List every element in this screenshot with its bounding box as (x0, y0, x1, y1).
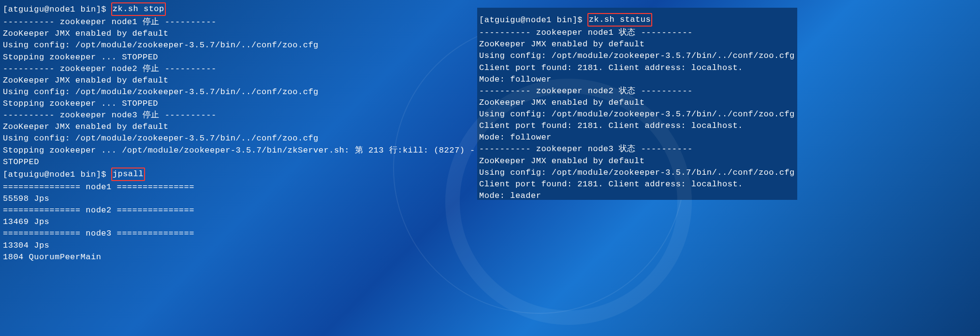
output-line: Mode: follower (479, 74, 797, 85)
shell-prompt: [atguigu@node1 bin]$ (3, 170, 112, 179)
output-line: =============== node2 =============== (3, 205, 474, 216)
output-line: Using config: /opt/module/zookeeper-3.5.… (479, 50, 797, 62)
output-line: Client port found: 2181. Client address:… (479, 179, 797, 190)
output-line: ZooKeeper JMX enabled by default (3, 28, 474, 40)
output-line: ---------- zookeeper node3 状态 ---------- (479, 143, 797, 155)
output-line: Using config: /opt/module/zookeeper-3.5.… (3, 133, 474, 144)
output-line: ZooKeeper JMX enabled by default (479, 39, 797, 50)
output-line: 13304 Jps (3, 240, 474, 252)
output-line: ---------- zookeeper node1 状态 ---------- (479, 27, 797, 39)
command-text: zk.sh status (589, 15, 651, 24)
output-line: ---------- zookeeper node3 停止 ---------- (3, 110, 474, 121)
output-line: Using config: /opt/module/zookeeper-3.5.… (479, 167, 797, 179)
output-line: Stopping zookeeper ... STOPPED (3, 52, 474, 63)
output-line: ---------- zookeeper node1 停止 ---------- (3, 16, 474, 28)
terminal-right[interactable]: [atguigu@node1 bin]$ zk.sh status ------… (477, 8, 797, 200)
prompt-line-2: [atguigu@node1 bin]$ jpsall (3, 168, 474, 182)
highlighted-command-status: zk.sh status (587, 13, 652, 27)
shell-prompt: [atguigu@node1 bin]$ (3, 5, 112, 14)
output-line: Using config: /opt/module/zookeeper-3.5.… (3, 40, 474, 51)
output-line: Client port found: 2181. Client address:… (479, 120, 797, 132)
output-line: Mode: leader (479, 190, 797, 202)
output-line: =============== node3 =============== (3, 228, 474, 239)
command-text: jpsall (113, 169, 144, 179)
output-line: STOPPED (3, 156, 474, 168)
output-line: ---------- zookeeper node2 状态 ---------- (479, 85, 797, 97)
command-text: zk.sh stop (113, 4, 164, 14)
output-line: Using config: /opt/module/zookeeper-3.5.… (479, 109, 797, 120)
prompt-line-1: [atguigu@node1 bin]$ zk.sh stop (3, 3, 474, 16)
output-line: Stopping zookeeper ... /opt/module/zooke… (3, 145, 474, 156)
output-line: 55598 Jps (3, 193, 474, 205)
output-line: Mode: follower (479, 132, 797, 143)
output-line: Stopping zookeeper ... STOPPED (3, 98, 474, 110)
output-line: ZooKeeper JMX enabled by default (479, 97, 797, 109)
output-line: ZooKeeper JMX enabled by default (3, 75, 474, 86)
output-line: ---------- zookeeper node2 停止 ---------- (3, 63, 474, 75)
output-line: 13469 Jps (3, 216, 474, 228)
shell-prompt: [atguigu@node1 bin]$ (479, 15, 588, 25)
terminal-left[interactable]: [atguigu@node1 bin]$ zk.sh stop --------… (3, 3, 474, 263)
highlighted-command-stop: zk.sh stop (111, 2, 166, 16)
output-line: Using config: /opt/module/zookeeper-3.5.… (3, 86, 474, 98)
highlighted-command-jpsall: jpsall (111, 168, 145, 181)
output-line: =============== node1 =============== (3, 182, 474, 193)
output-line: ZooKeeper JMX enabled by default (479, 155, 797, 167)
output-line: 1804 QuorumPeerMain (3, 252, 474, 263)
output-line: ZooKeeper JMX enabled by default (3, 121, 474, 133)
prompt-line-status: [atguigu@node1 bin]$ zk.sh status (479, 14, 797, 27)
output-line: Client port found: 2181. Client address:… (479, 62, 797, 74)
